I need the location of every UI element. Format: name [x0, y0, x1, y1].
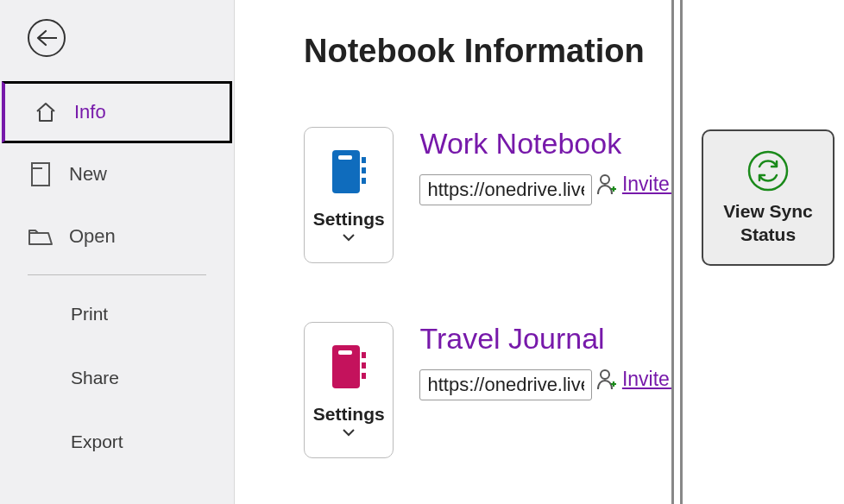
nav-print-label: Print: [71, 304, 108, 324]
svg-rect-0: [32, 163, 49, 186]
chevron-down-icon: [342, 233, 356, 242]
nav-share-label: Share: [71, 368, 119, 388]
svg-rect-9: [362, 352, 366, 358]
settings-label: Settings: [313, 404, 385, 425]
settings-label: Settings: [313, 209, 385, 230]
svg-rect-2: [338, 155, 352, 160]
nav-open-label: Open: [69, 225, 116, 248]
chevron-down-icon: [342, 428, 356, 437]
svg-rect-11: [362, 373, 366, 379]
back-arrow-icon: [36, 29, 57, 47]
vertical-divider: [671, 0, 674, 504]
page-icon: [28, 161, 54, 187]
nav-print[interactable]: Print: [0, 282, 234, 346]
nav-open[interactable]: Open: [0, 205, 234, 268]
main-pane: Notebook Information Settings Work Noteb…: [235, 0, 844, 504]
info-pane: Notebook Information Settings Work Noteb…: [235, 0, 671, 504]
notebook-icon: [329, 343, 368, 390]
sync-icon: [746, 149, 790, 192]
svg-rect-8: [338, 350, 352, 355]
backstage-sidebar: Info New Open Print Share Export: [0, 0, 235, 504]
right-pane: View Sync Status: [683, 0, 844, 504]
nav-info[interactable]: Info: [2, 81, 232, 143]
notebook-path-input[interactable]: [419, 369, 592, 400]
svg-rect-5: [362, 178, 366, 184]
nav-export-label: Export: [71, 432, 123, 452]
svg-point-6: [601, 175, 609, 184]
svg-point-13: [749, 152, 787, 190]
home-icon: [33, 99, 59, 125]
invite-link[interactable]: Invite people to this: [596, 368, 671, 391]
notebook-settings-button[interactable]: Settings: [304, 127, 394, 263]
nav-new[interactable]: New: [0, 143, 234, 205]
invite-link-text: Invite people to this: [622, 368, 671, 391]
notebook-path-input[interactable]: [419, 174, 592, 205]
notebook-row: Settings Work Notebook Invite people to …: [304, 127, 671, 263]
back-button[interactable]: [28, 19, 66, 57]
nav-info-label: Info: [74, 101, 106, 123]
nav-share[interactable]: Share: [0, 346, 234, 410]
notebook-icon: [329, 148, 368, 195]
folder-icon: [28, 224, 54, 249]
notebook-info: Travel Journal Invite people to this: [419, 322, 671, 409]
invite-person-icon: [596, 173, 617, 196]
notebook-settings-button[interactable]: Settings: [304, 322, 394, 458]
notebook-title: Work Notebook: [419, 127, 671, 161]
invite-person-icon: [596, 369, 617, 391]
notebook-info: Work Notebook Invite people to this: [419, 127, 671, 214]
sidebar-divider: [28, 274, 206, 275]
svg-rect-3: [362, 157, 366, 163]
invite-link-text: Invite people to this: [622, 173, 671, 196]
view-sync-status-button[interactable]: View Sync Status: [702, 129, 835, 266]
nav-export[interactable]: Export: [0, 410, 234, 474]
svg-point-12: [601, 370, 609, 379]
svg-rect-4: [362, 167, 366, 173]
page-title: Notebook Information: [304, 33, 671, 70]
notebook-title: Travel Journal: [419, 322, 671, 356]
sync-label: View Sync Status: [703, 199, 833, 247]
invite-link[interactable]: Invite people to this: [596, 173, 671, 196]
svg-rect-10: [362, 362, 366, 369]
notebook-row: Settings Travel Journal Invite people to…: [304, 322, 671, 458]
nav-new-label: New: [69, 163, 107, 186]
